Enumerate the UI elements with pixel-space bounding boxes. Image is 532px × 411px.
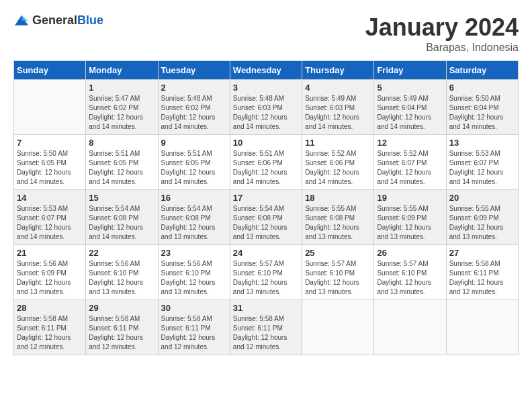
day-info: Sunrise: 5:50 AM Sunset: 6:04 PM Dayligh… <box>449 94 515 132</box>
weekday-header-sunday: Sunday <box>14 61 86 80</box>
day-info: Sunrise: 5:54 AM Sunset: 6:08 PM Dayligh… <box>233 204 299 242</box>
day-info: Sunrise: 5:49 AM Sunset: 6:04 PM Dayligh… <box>377 94 443 132</box>
header-area: GeneralBlue January 2024 Barapas, Indone… <box>13 13 519 54</box>
day-number: 2 <box>161 83 227 93</box>
calendar-day-cell <box>302 300 374 355</box>
day-number: 31 <box>233 303 299 313</box>
calendar-day-cell: 2Sunrise: 5:48 AM Sunset: 6:02 PM Daylig… <box>158 80 230 135</box>
day-info: Sunrise: 5:56 AM Sunset: 6:09 PM Dayligh… <box>17 259 83 297</box>
calendar-day-cell: 16Sunrise: 5:54 AM Sunset: 6:08 PM Dayli… <box>158 190 230 245</box>
day-number: 30 <box>161 303 227 313</box>
calendar-day-cell: 20Sunrise: 5:55 AM Sunset: 6:09 PM Dayli… <box>446 190 518 245</box>
calendar-day-cell: 4Sunrise: 5:49 AM Sunset: 6:03 PM Daylig… <box>302 80 374 135</box>
day-info: Sunrise: 5:53 AM Sunset: 6:07 PM Dayligh… <box>449 149 515 187</box>
calendar-day-cell: 7Sunrise: 5:50 AM Sunset: 6:05 PM Daylig… <box>14 135 86 190</box>
calendar-day-cell: 15Sunrise: 5:54 AM Sunset: 6:08 PM Dayli… <box>86 190 158 245</box>
calendar-day-cell <box>14 80 86 135</box>
day-info: Sunrise: 5:58 AM Sunset: 6:11 PM Dayligh… <box>161 314 227 352</box>
calendar-day-cell: 9Sunrise: 5:51 AM Sunset: 6:05 PM Daylig… <box>158 135 230 190</box>
day-number: 6 <box>449 83 515 93</box>
day-info: Sunrise: 5:54 AM Sunset: 6:08 PM Dayligh… <box>161 204 227 242</box>
day-number: 11 <box>305 138 371 148</box>
day-number: 19 <box>377 193 443 203</box>
day-number: 5 <box>377 83 443 93</box>
day-info: Sunrise: 5:47 AM Sunset: 6:02 PM Dayligh… <box>89 94 154 132</box>
day-number: 7 <box>17 138 83 148</box>
day-info: Sunrise: 5:57 AM Sunset: 6:10 PM Dayligh… <box>233 259 299 297</box>
calendar-day-cell <box>374 300 446 355</box>
day-info: Sunrise: 5:52 AM Sunset: 6:06 PM Dayligh… <box>305 149 371 187</box>
calendar-week-row: 1Sunrise: 5:47 AM Sunset: 6:02 PM Daylig… <box>14 80 519 135</box>
logo: GeneralBlue <box>13 13 103 28</box>
day-number: 12 <box>377 138 443 148</box>
day-number: 21 <box>17 248 83 258</box>
day-number: 8 <box>89 138 154 148</box>
weekday-header-tuesday: Tuesday <box>158 61 230 80</box>
day-number: 13 <box>449 138 515 148</box>
day-info: Sunrise: 5:50 AM Sunset: 6:05 PM Dayligh… <box>17 149 83 187</box>
day-info: Sunrise: 5:49 AM Sunset: 6:03 PM Dayligh… <box>305 94 371 132</box>
day-number: 29 <box>89 303 154 313</box>
calendar-day-cell: 8Sunrise: 5:51 AM Sunset: 6:05 PM Daylig… <box>86 135 158 190</box>
calendar-day-cell: 28Sunrise: 5:58 AM Sunset: 6:11 PM Dayli… <box>14 300 86 355</box>
day-number: 28 <box>17 303 83 313</box>
calendar-day-cell: 3Sunrise: 5:48 AM Sunset: 6:03 PM Daylig… <box>230 80 302 135</box>
day-info: Sunrise: 5:48 AM Sunset: 6:02 PM Dayligh… <box>161 94 227 132</box>
day-info: Sunrise: 5:53 AM Sunset: 6:07 PM Dayligh… <box>17 204 83 242</box>
calendar-subtitle: Barapas, Indonesia <box>365 42 519 54</box>
calendar-day-cell: 12Sunrise: 5:52 AM Sunset: 6:07 PM Dayli… <box>374 135 446 190</box>
calendar-day-cell <box>446 300 518 355</box>
day-number: 17 <box>233 193 299 203</box>
day-number: 25 <box>305 248 371 258</box>
day-info: Sunrise: 5:51 AM Sunset: 6:06 PM Dayligh… <box>233 149 299 187</box>
weekday-header-thursday: Thursday <box>302 61 374 80</box>
weekday-header-monday: Monday <box>86 61 158 80</box>
weekday-header-saturday: Saturday <box>446 61 518 80</box>
day-number: 26 <box>377 248 443 258</box>
day-info: Sunrise: 5:55 AM Sunset: 6:09 PM Dayligh… <box>377 204 443 242</box>
calendar-day-cell: 26Sunrise: 5:57 AM Sunset: 6:10 PM Dayli… <box>374 245 446 300</box>
day-number: 22 <box>89 248 154 258</box>
day-number: 3 <box>233 83 299 93</box>
calendar-day-cell: 21Sunrise: 5:56 AM Sunset: 6:09 PM Dayli… <box>14 245 86 300</box>
day-info: Sunrise: 5:55 AM Sunset: 6:09 PM Dayligh… <box>449 204 515 242</box>
day-number: 23 <box>161 248 227 258</box>
day-info: Sunrise: 5:54 AM Sunset: 6:08 PM Dayligh… <box>89 204 154 242</box>
calendar-day-cell: 30Sunrise: 5:58 AM Sunset: 6:11 PM Dayli… <box>158 300 230 355</box>
calendar-day-cell: 22Sunrise: 5:56 AM Sunset: 6:10 PM Dayli… <box>86 245 158 300</box>
weekday-header-wednesday: Wednesday <box>230 61 302 80</box>
svg-marker-1 <box>21 15 28 20</box>
logo-general: General <box>32 13 77 27</box>
day-number: 16 <box>161 193 227 203</box>
day-info: Sunrise: 5:58 AM Sunset: 6:11 PM Dayligh… <box>89 314 154 352</box>
day-info: Sunrise: 5:56 AM Sunset: 6:10 PM Dayligh… <box>161 259 227 297</box>
calendar-day-cell: 17Sunrise: 5:54 AM Sunset: 6:08 PM Dayli… <box>230 190 302 245</box>
day-info: Sunrise: 5:58 AM Sunset: 6:11 PM Dayligh… <box>233 314 299 352</box>
title-area: January 2024 Barapas, Indonesia <box>365 13 519 54</box>
day-number: 27 <box>449 248 515 258</box>
day-info: Sunrise: 5:57 AM Sunset: 6:10 PM Dayligh… <box>305 259 371 297</box>
day-number: 14 <box>17 193 83 203</box>
logo-text: GeneralBlue <box>32 13 103 28</box>
day-number: 20 <box>449 193 515 203</box>
day-info: Sunrise: 5:48 AM Sunset: 6:03 PM Dayligh… <box>233 94 299 132</box>
day-info: Sunrise: 5:58 AM Sunset: 6:11 PM Dayligh… <box>449 259 515 297</box>
calendar-day-cell: 13Sunrise: 5:53 AM Sunset: 6:07 PM Dayli… <box>446 135 518 190</box>
logo-icon <box>13 14 30 28</box>
day-number: 4 <box>305 83 371 93</box>
day-number: 18 <box>305 193 371 203</box>
day-info: Sunrise: 5:58 AM Sunset: 6:11 PM Dayligh… <box>17 314 83 352</box>
day-info: Sunrise: 5:55 AM Sunset: 6:08 PM Dayligh… <box>305 204 371 242</box>
calendar-day-cell: 25Sunrise: 5:57 AM Sunset: 6:10 PM Dayli… <box>302 245 374 300</box>
weekday-header-friday: Friday <box>374 61 446 80</box>
calendar-day-cell: 1Sunrise: 5:47 AM Sunset: 6:02 PM Daylig… <box>86 80 158 135</box>
calendar-day-cell: 5Sunrise: 5:49 AM Sunset: 6:04 PM Daylig… <box>374 80 446 135</box>
logo-blue: Blue <box>77 13 103 27</box>
day-info: Sunrise: 5:51 AM Sunset: 6:05 PM Dayligh… <box>161 149 227 187</box>
calendar-title: January 2024 <box>365 13 519 42</box>
calendar-week-row: 28Sunrise: 5:58 AM Sunset: 6:11 PM Dayli… <box>14 300 519 355</box>
calendar-week-row: 7Sunrise: 5:50 AM Sunset: 6:05 PM Daylig… <box>14 135 519 190</box>
calendar-day-cell: 31Sunrise: 5:58 AM Sunset: 6:11 PM Dayli… <box>230 300 302 355</box>
calendar-week-row: 21Sunrise: 5:56 AM Sunset: 6:09 PM Dayli… <box>14 245 519 300</box>
calendar-week-row: 14Sunrise: 5:53 AM Sunset: 6:07 PM Dayli… <box>14 190 519 245</box>
